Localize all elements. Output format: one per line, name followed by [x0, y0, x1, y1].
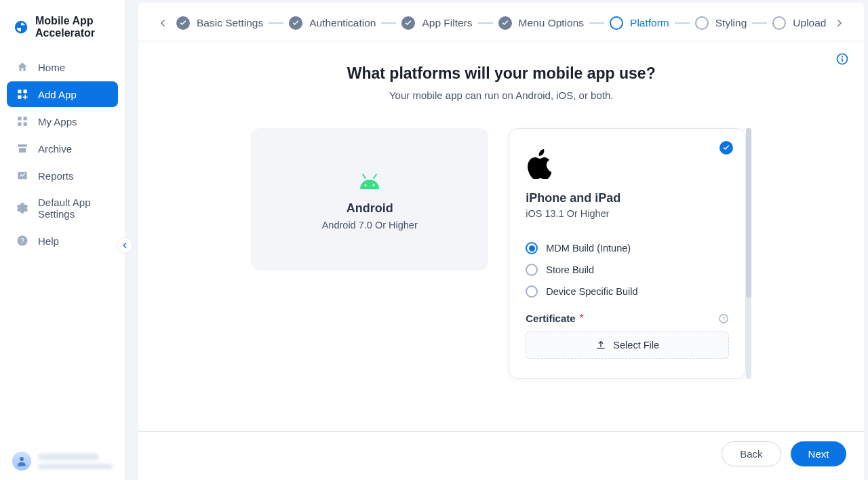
svg-rect-7	[18, 144, 27, 147]
sidebar-item-label: Add App	[38, 89, 77, 100]
step-separator	[752, 22, 767, 24]
step-styling[interactable]: Styling	[695, 16, 747, 30]
step-done-icon	[176, 16, 190, 30]
upload-icon	[595, 340, 606, 351]
step-label: Basic Settings	[197, 17, 263, 29]
certificate-label-row: Certificate* ?	[526, 313, 729, 325]
svg-rect-1	[24, 89, 27, 93]
step-separator	[478, 22, 493, 24]
step-done-icon	[289, 16, 302, 30]
sidebar-item-home[interactable]: Home	[7, 54, 118, 80]
brand: Mobile App Accelerator	[0, 0, 125, 52]
sidebar-nav: Home Add App My Apps Archive Reports Def…	[0, 52, 125, 258]
page-subtitle: Your mobile app can run on Android, iOS,…	[159, 89, 844, 101]
android-icon	[356, 173, 383, 189]
svg-point-17	[373, 184, 375, 186]
svg-rect-6	[24, 123, 27, 126]
svg-point-14	[842, 56, 843, 58]
sidebar-footer	[0, 442, 125, 480]
step-label: Platform	[630, 17, 669, 29]
svg-line-19	[374, 174, 376, 178]
chevron-right-icon	[834, 18, 845, 28]
radio-icon	[526, 242, 538, 254]
svg-point-12	[20, 457, 24, 461]
certificate-help-icon[interactable]: ?	[718, 313, 729, 324]
info-icon[interactable]	[835, 52, 849, 66]
back-button[interactable]: Back	[722, 441, 781, 466]
step-done-icon	[401, 16, 415, 30]
ios-build-type-group: MDM Build (Intune) Store Build Device Sp…	[526, 242, 729, 298]
radio-label: MDM Build (Intune)	[546, 243, 631, 254]
chevron-left-icon	[120, 241, 130, 250]
home-icon	[16, 61, 28, 73]
android-title: Android	[347, 201, 393, 216]
sidebar-item-label: Default App Settings	[38, 197, 108, 220]
svg-rect-4	[24, 117, 27, 120]
next-button[interactable]: Next	[791, 441, 847, 466]
archive-icon	[16, 142, 28, 155]
step-app-filters[interactable]: App Filters	[401, 16, 472, 30]
stepper-next-button[interactable]	[831, 15, 848, 31]
svg-text:?: ?	[722, 316, 726, 322]
step-separator	[675, 22, 690, 24]
platform-cards: Android Android 7.0 Or Higher iPhone and…	[159, 128, 844, 379]
svg-line-18	[363, 174, 366, 178]
sidebar-item-label: Home	[38, 62, 65, 73]
radio-icon	[526, 264, 538, 276]
svg-rect-15	[842, 58, 844, 62]
sidebar-item-help[interactable]: ? Help	[7, 228, 118, 254]
radio-mdm-build[interactable]: MDM Build (Intune)	[526, 242, 729, 254]
sidebar-item-archive[interactable]: Archive	[7, 136, 118, 161]
selected-check-icon	[719, 141, 733, 155]
svg-rect-8	[19, 148, 26, 153]
footer: Back Next	[138, 431, 864, 480]
chevron-left-icon	[157, 18, 168, 28]
platform-card-android[interactable]: Android Android 7.0 Or Higher	[251, 128, 488, 271]
reports-icon	[16, 169, 28, 182]
step-label: Menu Options	[519, 17, 585, 29]
user-avatar[interactable]	[12, 452, 31, 471]
app-root: Mobile App Accelerator Home Add App My A…	[0, 0, 868, 480]
svg-text:?: ?	[20, 237, 24, 245]
svg-rect-5	[18, 123, 21, 126]
step-upload[interactable]: Upload	[772, 16, 826, 30]
platform-card-ios[interactable]: iPhone and iPad iOS 13.1 Or Higher MDM B…	[509, 128, 746, 379]
page-title: What platforms will your mobile app use?	[159, 64, 844, 83]
sidebar-item-my-apps[interactable]: My Apps	[7, 108, 118, 134]
user-email-redacted	[38, 464, 113, 469]
sidebar-item-label: Archive	[38, 143, 72, 155]
ios-subtitle: iOS 13.1 Or Higher	[526, 208, 729, 219]
stepper: Basic Settings Authentication App Filter…	[138, 3, 864, 41]
radio-store-build[interactable]: Store Build	[526, 264, 729, 276]
step-menu-options[interactable]: Menu Options	[498, 16, 585, 30]
step-separator	[381, 22, 396, 24]
brand-logo-icon	[14, 20, 28, 35]
step-future-icon	[695, 16, 709, 30]
stepper-prev-button[interactable]	[155, 15, 171, 31]
step-label: Upload	[793, 17, 826, 29]
required-indicator: *	[580, 313, 584, 324]
radio-label: Device Specific Build	[546, 286, 637, 297]
select-file-button[interactable]: Select File	[526, 332, 729, 359]
add-app-icon	[16, 88, 28, 100]
radio-device-specific-build[interactable]: Device Specific Build	[526, 285, 729, 298]
sidebar-item-default-settings[interactable]: Default App Settings	[7, 190, 118, 226]
sidebar-item-label: Help	[38, 235, 59, 247]
content-area: What platforms will your mobile app use?…	[138, 41, 864, 431]
svg-point-16	[365, 184, 367, 186]
radio-label: Store Build	[546, 264, 594, 275]
sidebar-item-add-app[interactable]: Add App	[7, 81, 118, 107]
radio-icon	[526, 285, 538, 298]
step-separator	[589, 22, 604, 24]
scrollbar-thumb[interactable]	[746, 128, 751, 298]
step-basic-settings[interactable]: Basic Settings	[176, 16, 263, 30]
sidebar-item-reports[interactable]: Reports	[7, 163, 118, 188]
step-done-icon	[498, 16, 512, 30]
ios-title: iPhone and iPad	[526, 191, 729, 205]
sidebar: Mobile App Accelerator Home Add App My A…	[0, 0, 125, 480]
svg-rect-2	[18, 96, 21, 99]
sidebar-collapse-button[interactable]	[117, 237, 133, 254]
step-authentication[interactable]: Authentication	[289, 16, 376, 30]
step-platform[interactable]: Platform	[610, 16, 669, 30]
brand-title: Mobile App Accelerator	[35, 15, 111, 39]
